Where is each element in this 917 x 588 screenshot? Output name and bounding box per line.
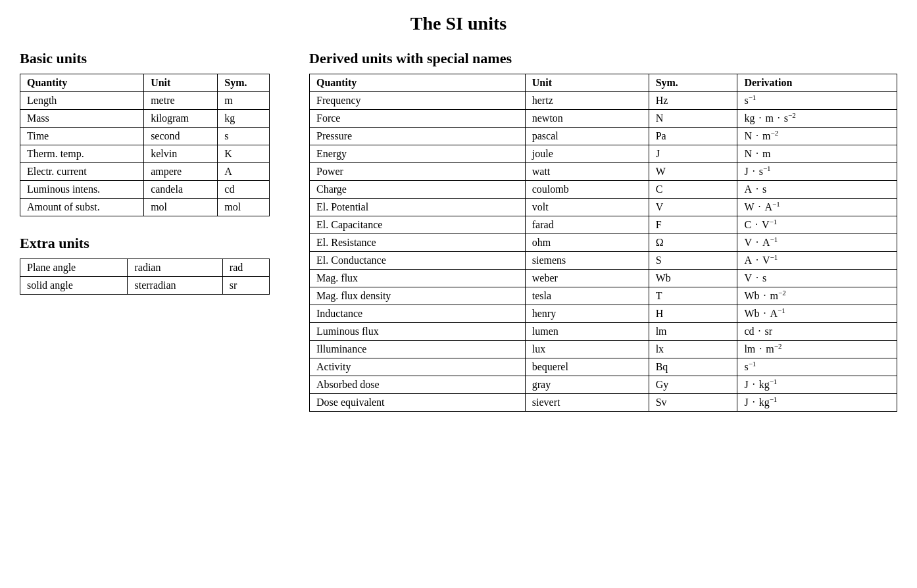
derived-unit: lux [525,341,649,358]
basic-unit: kelvin [144,145,218,163]
table-row: Activity bequerel Bq s−1 [310,358,897,376]
derived-sym: Pa [649,128,737,145]
derived-qty: Illuminance [310,341,526,358]
main-layout: Basic units Quantity Unit Sym. Length me… [20,50,897,430]
basic-unit: ampere [144,163,218,181]
derived-sym: Hz [649,92,737,110]
derived-unit: newton [525,110,649,128]
extra-qty: Plane angle [20,259,128,277]
basic-qty: Electr. current [20,163,144,181]
derived-deriv: W · A−1 [737,199,897,216]
derived-qty: El. Conductance [310,252,526,270]
table-row: Illuminance lux lx lm · m−2 [310,341,897,358]
derived-unit: hertz [525,92,649,110]
derived-qty: Charge [310,181,526,199]
table-row: El. Capacitance farad F C · V−1 [310,216,897,234]
derived-sym: lm [649,323,737,341]
table-row: Energy joule J N · m [310,145,897,163]
table-row: Electr. current ampere A [20,163,270,181]
basic-qty: Length [20,92,144,110]
table-row: Frequency hertz Hz s−1 [310,92,897,110]
derived-deriv: V · A−1 [737,234,897,252]
derived-sym: H [649,305,737,323]
derived-deriv: s−1 [737,358,897,376]
derived-sym: Ω [649,234,737,252]
table-row: El. Conductance siemens S A · V−1 [310,252,897,270]
table-row: Mass kilogram kg [20,110,270,128]
derived-sym: V [649,199,737,216]
derived-deriv: N · m−2 [737,128,897,145]
derived-deriv: J · kg−1 [737,376,897,394]
derived-deriv: Wb · m−2 [737,287,897,305]
page-title: The SI units [20,13,897,34]
extra-unit: radian [128,259,222,277]
basic-sym: K [218,145,270,163]
left-column: Basic units Quantity Unit Sym. Length me… [20,50,270,313]
extra-unit: sterradian [128,277,222,295]
basic-col-sym: Sym. [218,74,270,92]
basic-unit: second [144,128,218,145]
derived-sym: S [649,252,737,270]
derived-unit: bequerel [525,358,649,376]
derived-deriv: Wb · A−1 [737,305,897,323]
table-row: solid angle sterradian sr [20,277,270,295]
derived-qty: Force [310,110,526,128]
basic-qty: Mass [20,110,144,128]
derived-qty: Power [310,163,526,181]
table-row: Amount of subst. mol mol [20,199,270,216]
derived-sym: W [649,163,737,181]
derived-sym: J [649,145,737,163]
basic-unit: mol [144,199,218,216]
table-row: Pressure pascal Pa N · m−2 [310,128,897,145]
derived-qty: Pressure [310,128,526,145]
derived-unit: watt [525,163,649,181]
derived-sym: lx [649,341,737,358]
derived-col-sym: Sym. [649,74,737,92]
basic-unit: metre [144,92,218,110]
derived-qty: Dose equivalent [310,394,526,412]
derived-deriv: A · s [737,181,897,199]
derived-qty: Mag. flux [310,270,526,287]
derived-deriv: A · V−1 [737,252,897,270]
table-row: Mag. flux weber Wb V · s [310,270,897,287]
derived-unit: lumen [525,323,649,341]
basic-qty: Amount of subst. [20,199,144,216]
derived-qty: Frequency [310,92,526,110]
derived-unit: joule [525,145,649,163]
table-row: Therm. temp. kelvin K [20,145,270,163]
basic-units-table: Quantity Unit Sym. Length metre m Mass k… [20,74,270,216]
derived-sym: Gy [649,376,737,394]
table-row: Mag. flux density tesla T Wb · m−2 [310,287,897,305]
derived-col-unit: Unit [525,74,649,92]
basic-qty: Luminous intens. [20,181,144,199]
derived-unit: weber [525,270,649,287]
derived-sym: N [649,110,737,128]
derived-unit: siemens [525,252,649,270]
table-row: Luminous intens. candela cd [20,181,270,199]
derived-unit: henry [525,305,649,323]
derived-deriv: cd · sr [737,323,897,341]
basic-qty: Therm. temp. [20,145,144,163]
basic-unit: kilogram [144,110,218,128]
derived-unit: ohm [525,234,649,252]
extra-qty: solid angle [20,277,128,295]
table-row: Inductance henry H Wb · A−1 [310,305,897,323]
extra-units-table: Plane angle radian rad solid angle sterr… [20,258,270,295]
derived-unit: pascal [525,128,649,145]
table-row: Charge coulomb C A · s [310,181,897,199]
basic-col-quantity: Quantity [20,74,144,92]
derived-col-quantity: Quantity [310,74,526,92]
table-row: Dose equivalent sievert Sv J · kg−1 [310,394,897,412]
derived-qty: Luminous flux [310,323,526,341]
derived-unit: gray [525,376,649,394]
table-row: Power watt W J · s−1 [310,163,897,181]
derived-qty: Mag. flux density [310,287,526,305]
derived-sym: F [649,216,737,234]
derived-sym: Sv [649,394,737,412]
table-row: Length metre m [20,92,270,110]
derived-sym: Wb [649,270,737,287]
derived-qty: Activity [310,358,526,376]
derived-qty: Energy [310,145,526,163]
table-row: Plane angle radian rad [20,259,270,277]
derived-deriv: C · V−1 [737,216,897,234]
